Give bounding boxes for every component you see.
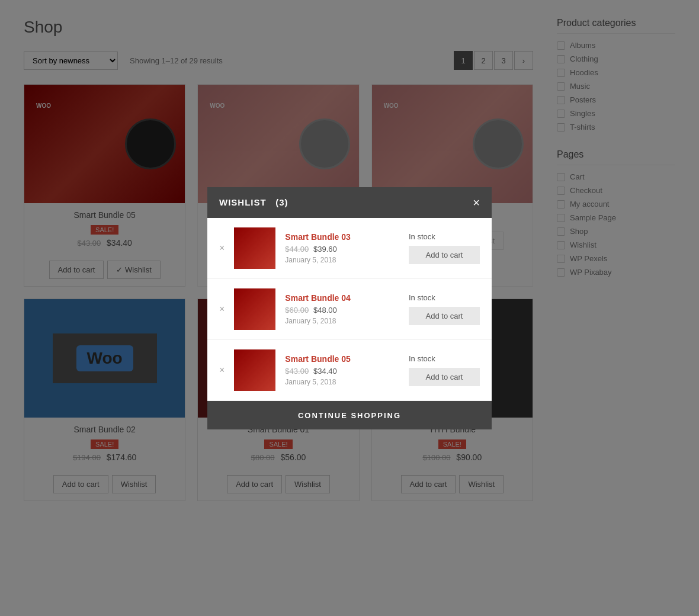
modal-title: WISHLIST (3): [219, 197, 288, 207]
list-item: × Smart Bundle 04 $60.00 $48.00 January …: [207, 279, 492, 340]
item-actions: In stock Add to cart: [409, 293, 480, 325]
item-details: Smart Bundle 04 $60.00 $48.00 January 5,…: [285, 293, 399, 325]
item-actions: In stock Add to cart: [409, 232, 480, 264]
remove-item-button[interactable]: ×: [219, 365, 225, 376]
album-thumbnail-image: [234, 288, 275, 330]
item-price: $43.00 $34.40: [285, 366, 399, 376]
item-name: Smart Bundle 05: [285, 354, 399, 364]
item-name: Smart Bundle 04: [285, 293, 399, 303]
item-original-price: $43.00: [285, 367, 309, 376]
continue-shopping-button[interactable]: CONTINUE SHOPPING: [298, 411, 401, 420]
add-to-cart-button[interactable]: Add to cart: [409, 307, 480, 325]
remove-item-button[interactable]: ×: [219, 304, 225, 315]
list-item: × Smart Bundle 05 $43.00 $34.40 January …: [207, 340, 492, 401]
item-stock-status: In stock: [409, 232, 435, 241]
item-date: January 5, 2018: [285, 256, 399, 264]
wishlist-modal: WISHLIST (3) × × Smart Bundle 03 $44.00 …: [207, 187, 492, 429]
item-stock-status: In stock: [409, 293, 435, 302]
modal-close-button[interactable]: ×: [473, 197, 480, 208]
item-actions: In stock Add to cart: [409, 354, 480, 386]
item-original-price: $60.00: [285, 306, 309, 315]
item-sale-price: $39.60: [313, 245, 337, 254]
album-thumbnail-image: [234, 349, 275, 391]
item-price: $60.00 $48.00: [285, 305, 399, 315]
modal-header: WISHLIST (3) ×: [207, 187, 492, 218]
list-item: × Smart Bundle 03 $44.00 $39.60 January …: [207, 218, 492, 279]
add-to-cart-button[interactable]: Add to cart: [409, 368, 480, 386]
album-thumbnail-image: [234, 227, 275, 269]
add-to-cart-button[interactable]: Add to cart: [409, 246, 480, 264]
item-name: Smart Bundle 03: [285, 232, 399, 242]
product-thumbnail: [234, 227, 275, 269]
modal-overlay[interactable]: WISHLIST (3) × × Smart Bundle 03 $44.00 …: [0, 0, 699, 519]
item-date: January 5, 2018: [285, 317, 399, 325]
product-thumbnail: [234, 288, 275, 330]
item-details: Smart Bundle 05 $43.00 $34.40 January 5,…: [285, 354, 399, 386]
modal-footer: CONTINUE SHOPPING: [207, 401, 492, 429]
item-sale-price: $48.00: [313, 306, 337, 315]
item-sale-price: $34.40: [313, 367, 337, 376]
wishlist-items-list: × Smart Bundle 03 $44.00 $39.60 January …: [207, 218, 492, 401]
item-price: $44.00 $39.60: [285, 244, 399, 254]
item-stock-status: In stock: [409, 354, 435, 363]
remove-item-button[interactable]: ×: [219, 243, 225, 254]
product-thumbnail: [234, 349, 275, 391]
item-details: Smart Bundle 03 $44.00 $39.60 January 5,…: [285, 232, 399, 264]
item-date: January 5, 2018: [285, 378, 399, 386]
item-original-price: $44.00: [285, 245, 309, 254]
